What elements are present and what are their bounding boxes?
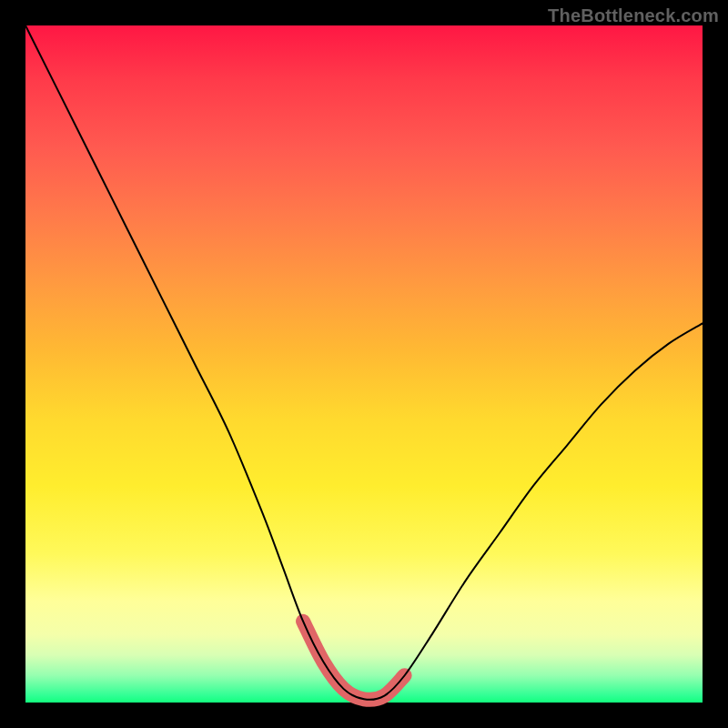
highlight-band-path xyxy=(303,622,405,700)
bottleneck-curve-path xyxy=(25,25,703,700)
watermark-text: TheBottleneck.com xyxy=(548,5,719,26)
chart-svg xyxy=(25,25,703,703)
plot-area xyxy=(25,25,703,703)
chart-frame: TheBottleneck.com xyxy=(0,0,728,728)
